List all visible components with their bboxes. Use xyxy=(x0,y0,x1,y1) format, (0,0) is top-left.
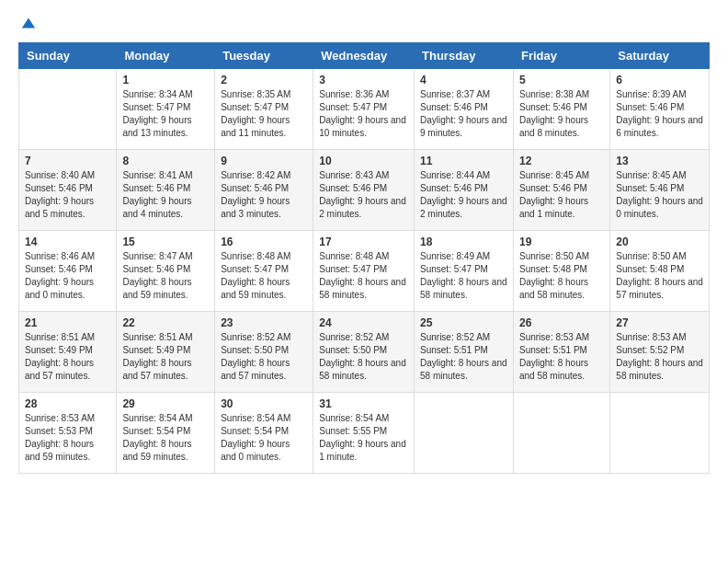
day-info: Sunrise: 8:37 AMSunset: 5:46 PMDaylight:… xyxy=(420,88,507,140)
calendar-cell: 27Sunrise: 8:53 AMSunset: 5:52 PMDayligh… xyxy=(610,312,710,393)
calendar-cell: 11Sunrise: 8:44 AMSunset: 5:46 PMDayligh… xyxy=(415,150,514,231)
day-number: 12 xyxy=(519,155,604,167)
week-row-1: 1Sunrise: 8:34 AMSunset: 5:47 PMDaylight… xyxy=(19,69,710,150)
day-number: 7 xyxy=(25,155,110,167)
day-number: 23 xyxy=(221,316,307,329)
day-info: Sunrise: 8:50 AMSunset: 5:48 PMDaylight:… xyxy=(519,250,604,302)
calendar-cell: 12Sunrise: 8:45 AMSunset: 5:46 PMDayligh… xyxy=(513,150,609,231)
day-number: 3 xyxy=(319,74,408,86)
day-number: 16 xyxy=(221,236,307,248)
week-row-3: 14Sunrise: 8:46 AMSunset: 5:46 PMDayligh… xyxy=(19,231,710,312)
day-number: 8 xyxy=(122,155,209,167)
week-row-5: 28Sunrise: 8:53 AMSunset: 5:53 PMDayligh… xyxy=(19,393,710,474)
day-number: 18 xyxy=(420,236,507,248)
calendar-cell: 6Sunrise: 8:39 AMSunset: 5:46 PMDaylight… xyxy=(610,69,710,150)
weekday-header-tuesday: Tuesday xyxy=(215,43,313,69)
calendar-cell: 16Sunrise: 8:48 AMSunset: 5:47 PMDayligh… xyxy=(215,231,313,312)
day-info: Sunrise: 8:54 AMSunset: 5:54 PMDaylight:… xyxy=(221,412,307,464)
day-number: 26 xyxy=(519,316,604,329)
day-info: Sunrise: 8:44 AMSunset: 5:46 PMDaylight:… xyxy=(420,169,507,221)
day-info: Sunrise: 8:36 AMSunset: 5:47 PMDaylight:… xyxy=(319,88,408,140)
day-info: Sunrise: 8:46 AMSunset: 5:46 PMDaylight:… xyxy=(25,250,110,302)
day-info: Sunrise: 8:51 AMSunset: 5:49 PMDaylight:… xyxy=(122,331,209,383)
day-info: Sunrise: 8:52 AMSunset: 5:50 PMDaylight:… xyxy=(319,331,408,383)
day-info: Sunrise: 8:54 AMSunset: 5:55 PMDaylight:… xyxy=(319,412,408,464)
day-info: Sunrise: 8:38 AMSunset: 5:46 PMDaylight:… xyxy=(519,88,604,140)
day-number: 10 xyxy=(319,155,408,167)
day-info: Sunrise: 8:49 AMSunset: 5:47 PMDaylight:… xyxy=(420,250,507,302)
calendar-cell: 30Sunrise: 8:54 AMSunset: 5:54 PMDayligh… xyxy=(215,393,313,474)
day-info: Sunrise: 8:47 AMSunset: 5:46 PMDaylight:… xyxy=(122,250,209,302)
weekday-header-sunday: Sunday xyxy=(19,43,117,69)
calendar-cell: 31Sunrise: 8:54 AMSunset: 5:55 PMDayligh… xyxy=(313,393,415,474)
day-number: 13 xyxy=(616,155,703,167)
day-info: Sunrise: 8:41 AMSunset: 5:46 PMDaylight:… xyxy=(122,169,209,221)
day-number: 29 xyxy=(122,397,209,410)
day-info: Sunrise: 8:48 AMSunset: 5:47 PMDaylight:… xyxy=(319,250,408,302)
day-info: Sunrise: 8:52 AMSunset: 5:50 PMDaylight:… xyxy=(221,331,307,383)
day-number: 22 xyxy=(122,316,209,329)
calendar-cell: 13Sunrise: 8:45 AMSunset: 5:46 PMDayligh… xyxy=(610,150,710,231)
day-info: Sunrise: 8:50 AMSunset: 5:48 PMDaylight:… xyxy=(616,250,703,302)
logo-icon xyxy=(20,15,37,31)
day-number: 25 xyxy=(420,316,507,329)
calendar-cell: 2Sunrise: 8:35 AMSunset: 5:47 PMDaylight… xyxy=(215,69,313,150)
calendar-cell: 22Sunrise: 8:51 AMSunset: 5:49 PMDayligh… xyxy=(117,312,215,393)
day-number: 11 xyxy=(420,155,507,167)
day-info: Sunrise: 8:39 AMSunset: 5:46 PMDaylight:… xyxy=(616,88,703,140)
day-number: 31 xyxy=(319,397,408,410)
calendar-cell: 1Sunrise: 8:34 AMSunset: 5:47 PMDaylight… xyxy=(117,69,215,150)
day-info: Sunrise: 8:45 AMSunset: 5:46 PMDaylight:… xyxy=(616,169,703,221)
day-number: 28 xyxy=(25,397,110,410)
weekday-header-friday: Friday xyxy=(513,43,609,69)
day-info: Sunrise: 8:48 AMSunset: 5:47 PMDaylight:… xyxy=(221,250,307,302)
day-number: 27 xyxy=(616,316,703,329)
day-info: Sunrise: 8:34 AMSunset: 5:47 PMDaylight:… xyxy=(122,88,209,140)
day-info: Sunrise: 8:53 AMSunset: 5:51 PMDaylight:… xyxy=(519,331,604,383)
calendar-cell: 18Sunrise: 8:49 AMSunset: 5:47 PMDayligh… xyxy=(415,231,514,312)
day-info: Sunrise: 8:42 AMSunset: 5:46 PMDaylight:… xyxy=(221,169,307,221)
day-number: 20 xyxy=(616,236,703,248)
day-info: Sunrise: 8:45 AMSunset: 5:46 PMDaylight:… xyxy=(519,169,604,221)
calendar-cell: 29Sunrise: 8:54 AMSunset: 5:54 PMDayligh… xyxy=(117,393,215,474)
calendar-cell: 20Sunrise: 8:50 AMSunset: 5:48 PMDayligh… xyxy=(610,231,710,312)
calendar-cell: 24Sunrise: 8:52 AMSunset: 5:50 PMDayligh… xyxy=(313,312,415,393)
day-info: Sunrise: 8:53 AMSunset: 5:52 PMDaylight:… xyxy=(616,331,703,383)
day-number: 2 xyxy=(221,74,307,86)
calendar-cell xyxy=(610,393,710,474)
day-number: 17 xyxy=(319,236,408,248)
calendar-cell: 26Sunrise: 8:53 AMSunset: 5:51 PMDayligh… xyxy=(513,312,609,393)
logo xyxy=(18,15,37,31)
calendar-cell: 19Sunrise: 8:50 AMSunset: 5:48 PMDayligh… xyxy=(513,231,609,312)
weekday-header-wednesday: Wednesday xyxy=(313,43,415,69)
calendar-cell: 14Sunrise: 8:46 AMSunset: 5:46 PMDayligh… xyxy=(19,231,117,312)
day-info: Sunrise: 8:54 AMSunset: 5:54 PMDaylight:… xyxy=(122,412,209,464)
day-number: 14 xyxy=(25,236,110,248)
day-number: 24 xyxy=(319,316,408,329)
calendar-cell: 21Sunrise: 8:51 AMSunset: 5:49 PMDayligh… xyxy=(19,312,117,393)
calendar-cell: 28Sunrise: 8:53 AMSunset: 5:53 PMDayligh… xyxy=(19,393,117,474)
calendar-cell xyxy=(415,393,514,474)
day-number: 6 xyxy=(616,74,703,86)
day-number: 15 xyxy=(122,236,209,248)
weekday-header-thursday: Thursday xyxy=(415,43,514,69)
calendar-cell: 15Sunrise: 8:47 AMSunset: 5:46 PMDayligh… xyxy=(117,231,215,312)
calendar-cell xyxy=(19,69,117,150)
week-row-2: 7Sunrise: 8:40 AMSunset: 5:46 PMDaylight… xyxy=(19,150,710,231)
day-number: 9 xyxy=(221,155,307,167)
main-container: SundayMondayTuesdayWednesdayThursdayFrid… xyxy=(0,0,728,488)
calendar-cell: 10Sunrise: 8:43 AMSunset: 5:46 PMDayligh… xyxy=(313,150,415,231)
day-info: Sunrise: 8:43 AMSunset: 5:46 PMDaylight:… xyxy=(319,169,408,221)
calendar-cell: 25Sunrise: 8:52 AMSunset: 5:51 PMDayligh… xyxy=(415,312,514,393)
calendar-cell: 23Sunrise: 8:52 AMSunset: 5:50 PMDayligh… xyxy=(215,312,313,393)
day-number: 5 xyxy=(519,74,604,86)
header xyxy=(18,15,710,31)
weekday-header-row: SundayMondayTuesdayWednesdayThursdayFrid… xyxy=(19,43,710,69)
calendar-cell: 9Sunrise: 8:42 AMSunset: 5:46 PMDaylight… xyxy=(215,150,313,231)
week-row-4: 21Sunrise: 8:51 AMSunset: 5:49 PMDayligh… xyxy=(19,312,710,393)
svg-marker-0 xyxy=(22,18,35,29)
calendar-cell: 4Sunrise: 8:37 AMSunset: 5:46 PMDaylight… xyxy=(415,69,514,150)
day-info: Sunrise: 8:51 AMSunset: 5:49 PMDaylight:… xyxy=(25,331,110,383)
calendar-cell: 8Sunrise: 8:41 AMSunset: 5:46 PMDaylight… xyxy=(117,150,215,231)
day-number: 19 xyxy=(519,236,604,248)
